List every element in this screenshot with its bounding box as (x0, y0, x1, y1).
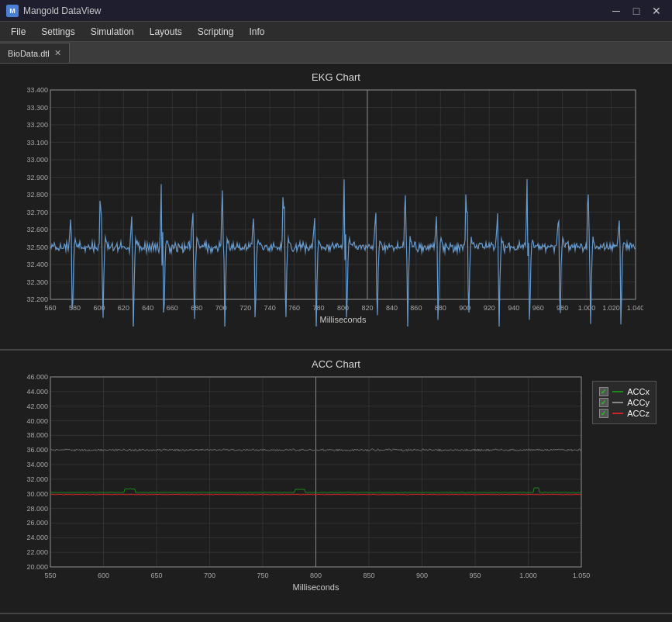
tab-biodata[interactable]: BioData.dtl ✕ (0, 43, 70, 63)
acc-chart-wrapper: ACC Chart ✓ ACCx ✓ ACCy ✓ ACCz (0, 351, 672, 614)
close-button[interactable]: ✕ (647, 3, 666, 19)
maximize-button[interactable]: □ (627, 3, 646, 19)
menu-bar: File Settings Simulation Layouts Scripti… (0, 22, 672, 42)
accz-label: ACCz (627, 409, 650, 418)
title-controls: ─ □ ✕ (607, 3, 666, 19)
accx-checkbox[interactable]: ✓ (599, 387, 608, 396)
tab-close-button[interactable]: ✕ (54, 48, 61, 58)
app-title: Mangold DataView (23, 5, 102, 16)
ekg-canvas (8, 86, 643, 327)
menu-simulation[interactable]: Simulation (83, 23, 142, 40)
ekg-chart-wrapper: EKG Chart (0, 64, 672, 351)
app-icon-letter: M (9, 7, 16, 15)
emg-chart-wrapper: EMG Chart (0, 614, 672, 622)
accy-checkbox[interactable]: ✓ (599, 398, 608, 407)
menu-file[interactable]: File (3, 23, 33, 40)
menu-layouts[interactable]: Layouts (142, 23, 190, 40)
accy-color (612, 402, 623, 403)
app-icon: M (6, 5, 19, 17)
menu-info[interactable]: Info (241, 23, 272, 40)
charts-container: EKG Chart ACC Chart ✓ ACCx ✓ ACCy (0, 64, 672, 622)
tab-label: BioData.dtl (8, 49, 50, 58)
minimize-button[interactable]: ─ (607, 3, 625, 19)
legend-item-accx: ✓ ACCx (599, 387, 650, 396)
accz-color (612, 413, 623, 414)
legend-item-accz: ✓ ACCz (599, 409, 650, 418)
menu-settings[interactable]: Settings (33, 23, 82, 40)
title-left: M Mangold DataView (6, 5, 102, 17)
accx-color (612, 391, 623, 392)
ekg-chart-title: EKG Chart (0, 71, 672, 83)
acc-chart-title: ACC Chart (0, 358, 672, 370)
tab-bar: BioData.dtl ✕ (0, 42, 672, 64)
accz-checkbox[interactable]: ✓ (599, 409, 608, 418)
ekg-chart-area (8, 86, 664, 327)
accx-label: ACCx (627, 387, 650, 396)
acc-legend: ✓ ACCx ✓ ACCy ✓ ACCz (592, 381, 656, 424)
menu-scripting[interactable]: Scripting (190, 23, 242, 40)
legend-item-accy: ✓ ACCy (599, 398, 650, 407)
title-bar: M Mangold DataView ─ □ ✕ (0, 0, 672, 22)
accy-label: ACCy (627, 398, 650, 407)
acc-canvas (8, 373, 643, 594)
acc-chart-area: ✓ ACCx ✓ ACCy ✓ ACCz (8, 373, 664, 594)
